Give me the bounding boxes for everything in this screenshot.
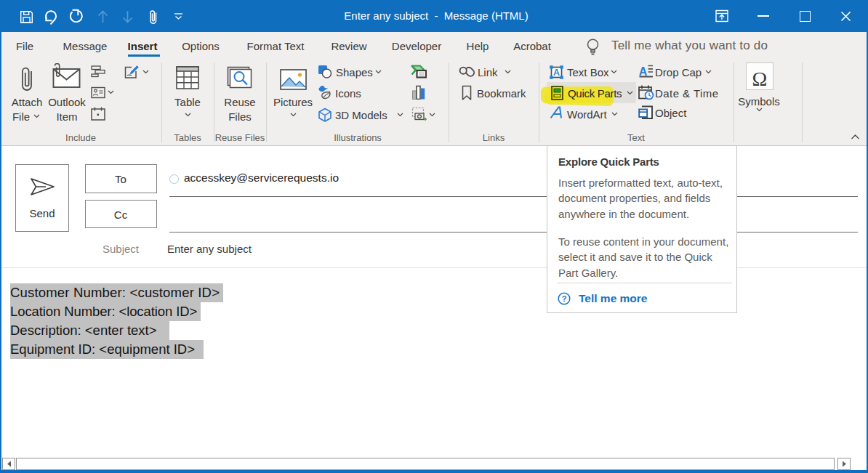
svg-text:A: A (553, 68, 560, 78)
svg-text:A: A (639, 65, 648, 78)
svg-text:?: ? (562, 294, 567, 303)
